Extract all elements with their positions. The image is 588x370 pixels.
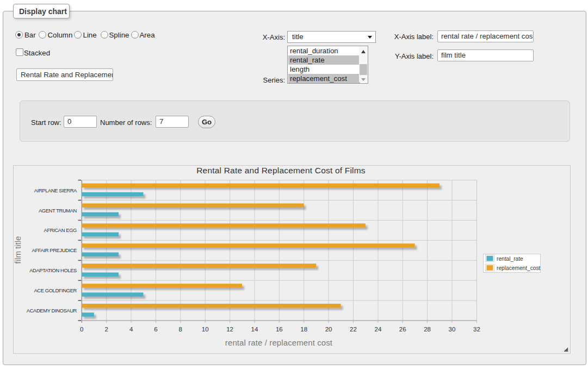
svg-text:28: 28 xyxy=(424,326,431,333)
svg-text:10: 10 xyxy=(202,326,209,333)
svg-text:6: 6 xyxy=(154,326,157,333)
svg-text:replacement_cost: replacement_cost xyxy=(497,265,541,271)
svg-text:32: 32 xyxy=(473,326,480,333)
svg-text:20: 20 xyxy=(325,326,332,333)
svg-text:AGENT TRUMAN: AGENT TRUMAN xyxy=(39,208,77,214)
svg-text:AIRPLANE SIERRA: AIRPLANE SIERRA xyxy=(34,187,77,193)
svg-text:2: 2 xyxy=(104,326,108,333)
svg-text:4: 4 xyxy=(129,326,133,333)
svg-text:22: 22 xyxy=(350,326,357,333)
svg-text:24: 24 xyxy=(375,326,382,333)
svg-text:film title: film title xyxy=(13,236,22,264)
svg-text:Rental Rate and Replacement Co: Rental Rate and Replacement Cost of Film… xyxy=(196,166,366,175)
svg-text:rental_rate: rental_rate xyxy=(497,256,523,262)
svg-text:0: 0 xyxy=(80,326,83,333)
svg-text:ACADEMY DINOSAUR: ACADEMY DINOSAUR xyxy=(27,308,77,313)
svg-text:18: 18 xyxy=(300,326,307,333)
svg-text:12: 12 xyxy=(226,326,233,333)
svg-text:14: 14 xyxy=(251,326,258,333)
svg-text:ACE GOLDFINGER: ACE GOLDFINGER xyxy=(34,287,77,293)
svg-text:ADAPTATION HOLES: ADAPTATION HOLES xyxy=(29,267,77,273)
svg-text:8: 8 xyxy=(179,326,182,333)
svg-text:AFFAIR PREJUDICE: AFFAIR PREJUDICE xyxy=(32,247,77,253)
svg-text:30: 30 xyxy=(449,326,456,333)
svg-text:26: 26 xyxy=(399,326,406,333)
svg-text:16: 16 xyxy=(276,326,283,333)
svg-text:AFRICAN EGG: AFRICAN EGG xyxy=(44,227,77,233)
svg-text:rental rate / replacement cost: rental rate / replacement cost xyxy=(225,338,333,347)
